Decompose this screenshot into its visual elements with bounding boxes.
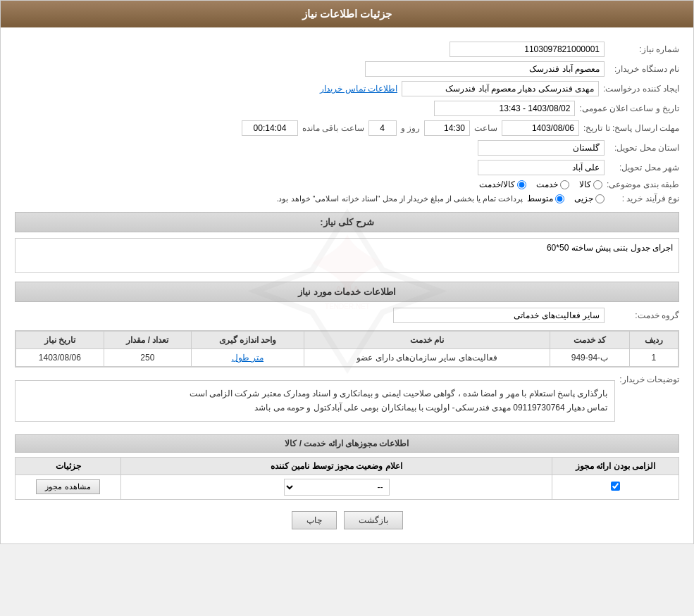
cell-name: فعالیت‌های سایر سازمان‌های دارای عضو xyxy=(304,349,550,367)
perm-status-cell: -- xyxy=(121,474,552,499)
buyer-notes-box: بارگذاری پاسخ استعلام با مهر و امضا شده … xyxy=(15,380,615,422)
deadline-label: مهلت ارسال پاسخ: تا تاریخ: xyxy=(583,123,679,133)
category-label: طبقه بندی موضوعی: xyxy=(607,180,679,189)
purchase-type-label: نوع فرآیند خرید : xyxy=(609,194,679,203)
perm-required-checkbox[interactable] xyxy=(611,482,620,491)
perm-details-cell: مشاهده مجوز xyxy=(16,474,121,499)
purchase-type-motavaset-label: متوسط xyxy=(527,194,553,203)
perm-col-required: الزامی بودن ارائه مجوز xyxy=(552,457,679,474)
need-number-label: شماره نیاز: xyxy=(609,44,679,54)
category-khedmat-radio[interactable] xyxy=(560,180,569,189)
category-kala-khedmat[interactable]: کالا/خدمت xyxy=(479,180,526,189)
category-kala[interactable]: کالا xyxy=(579,180,602,189)
col-row: ردیف xyxy=(629,332,678,349)
deadline-days-input[interactable] xyxy=(368,120,397,136)
services-table-container: ردیف کد خدمت نام خدمت واحد اندازه گیری ت… xyxy=(15,330,679,367)
purchase-type-motavaset[interactable]: متوسط xyxy=(527,194,564,203)
services-section-header: اطلاعات خدمات مورد نیاز xyxy=(15,282,679,302)
col-code: کد خدمت xyxy=(550,332,629,349)
perm-required-cell xyxy=(552,474,679,499)
category-kala-radio[interactable] xyxy=(593,180,602,189)
table-row: -- مشاهده مجوز xyxy=(16,474,679,499)
province-input[interactable] xyxy=(478,140,605,156)
deadline-days-label: روز و xyxy=(401,123,420,133)
cell-date: 1403/08/06 xyxy=(16,349,104,367)
col-date: تاریخ نیاز xyxy=(16,332,104,349)
category-kala-khedmat-label: کالا/خدمت xyxy=(479,180,515,189)
bottom-buttons: بازگشت چاپ xyxy=(15,511,679,529)
table-row: 1 ب-94-949 فعالیت‌های سایر سازمان‌های دا… xyxy=(16,349,678,367)
deadline-date-input[interactable] xyxy=(502,120,579,136)
purchase-type-jozyi[interactable]: جزیی xyxy=(574,194,605,203)
deadline-time-input[interactable] xyxy=(424,120,470,136)
purchase-type-note: پرداخت تمام یا بخشی از مبلغ خریدار از مح… xyxy=(276,194,523,203)
back-button[interactable]: بازگشت xyxy=(344,511,403,529)
deadline-remaining-label: ساعت باقی مانده xyxy=(302,123,364,133)
category-radio-group: کالا خدمت کالا/خدمت xyxy=(479,180,602,189)
city-label: شهر محل تحویل: xyxy=(609,163,679,172)
buyer-org-input[interactable] xyxy=(365,61,605,77)
service-group-label: گروه خدمت: xyxy=(609,310,679,320)
cell-quantity: 250 xyxy=(104,349,191,367)
col-quantity: تعداد / مقدار xyxy=(104,332,191,349)
category-khedmat-label: خدمت xyxy=(536,180,558,189)
buyer-org-label: نام دستگاه خریدار: xyxy=(609,64,679,74)
requester-input[interactable] xyxy=(402,81,599,96)
col-name: نام خدمت xyxy=(304,332,550,349)
cell-code: ب-94-949 xyxy=(550,349,629,367)
services-table: ردیف کد خدمت نام خدمت واحد اندازه گیری ت… xyxy=(16,331,678,367)
deadline-time-label: ساعت xyxy=(474,123,497,133)
purchase-type-motavaset-radio[interactable] xyxy=(555,194,564,203)
permissions-table: الزامی بودن ارائه مجوز اعلام وضعیت مجوز … xyxy=(15,457,679,500)
page-title: جزئیات اطلاعات نیاز xyxy=(1,1,693,27)
perm-status-select[interactable]: -- xyxy=(284,479,390,496)
service-group-input[interactable] xyxy=(393,308,605,323)
description-section-header: شرح کلی نیاز: xyxy=(15,212,679,232)
announce-label: تاریخ و ساعت اعلان عمومی: xyxy=(579,103,679,113)
buyer-notes-label: توضیحات خریدار: xyxy=(619,375,679,384)
perm-col-status: اعلام وضعیت مجوز توسط نامین کننده xyxy=(121,457,552,474)
category-kala-label: کالا xyxy=(579,180,591,189)
category-kala-khedmat-radio[interactable] xyxy=(517,180,526,189)
category-khedmat[interactable]: خدمت xyxy=(536,180,569,189)
cell-row: 1 xyxy=(629,349,678,367)
purchase-type-jozyi-radio[interactable] xyxy=(595,194,605,203)
purchase-type-radio-group: جزیی متوسط xyxy=(527,194,605,203)
view-permit-button[interactable]: مشاهده مجوز xyxy=(36,479,99,494)
perm-col-details: جزئیات xyxy=(16,457,121,474)
requester-contact-link[interactable]: اطلاعات تماس خریدار xyxy=(320,84,397,94)
announce-input[interactable] xyxy=(434,101,575,116)
col-unit: واحد اندازه گیری xyxy=(192,332,304,349)
permissions-section-header: اطلاعات مجوزهای ارائه خدمت / کالا xyxy=(15,434,679,453)
purchase-type-jozyi-label: جزیی xyxy=(574,194,593,203)
deadline-remaining-input[interactable] xyxy=(242,120,298,136)
city-input[interactable] xyxy=(478,160,605,175)
requester-label: ایجاد کننده درخواست: xyxy=(603,84,679,94)
need-number-input[interactable] xyxy=(450,42,605,57)
print-button[interactable]: چاپ xyxy=(292,511,337,529)
description-box: اجرای جدول بتنی پیش ساخته 50*60 xyxy=(15,238,679,273)
cell-unit: متر طول xyxy=(192,349,304,367)
province-label: استان محل تحویل: xyxy=(609,143,679,153)
